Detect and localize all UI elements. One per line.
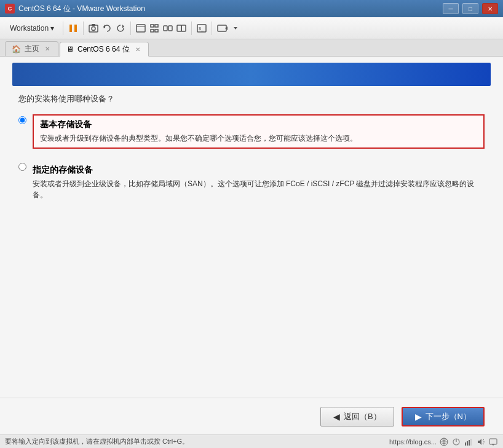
toolbar-separator-4 [191, 22, 192, 35]
svg-marker-21 [234, 27, 237, 29]
back-button[interactable]: ◀ 返回（B） [320, 407, 394, 426]
vm-icon: 🖥 [66, 45, 74, 53]
svg-rect-16 [181, 25, 186, 31]
svg-point-3 [92, 26, 95, 30]
toolbar-separator-2 [83, 22, 84, 35]
next-button-label: 下一步（N） [426, 411, 471, 422]
terminal-button[interactable]: $_ [196, 22, 208, 34]
unity-button[interactable] [162, 22, 174, 34]
tab-bar: 🏠 主页 ✕ 🖥 CentOS 6 64 位 ✕ [0, 39, 503, 57]
svg-rect-19 [218, 25, 226, 31]
minimize-button[interactable]: ─ [443, 3, 459, 14]
svg-rect-29 [469, 440, 470, 446]
svg-rect-2 [89, 25, 98, 32]
snapshot-button[interactable] [87, 22, 100, 34]
pause-button[interactable] [67, 22, 79, 34]
svg-rect-7 [137, 25, 145, 32]
svg-rect-1 [74, 25, 77, 32]
svg-rect-15 [177, 25, 181, 31]
close-button[interactable]: ✕ [482, 3, 498, 14]
network-icon [439, 437, 449, 447]
svg-rect-12 [155, 29, 158, 32]
next-button[interactable]: ▶ 下一步（N） [402, 407, 485, 426]
vm-area: 您的安装将使用哪种设备？ 基本存储设备 安装或者升级到存储设备的典型类型。如果您… [0, 57, 503, 434]
bottom-area: ◀ 返回（B） ▶ 下一步（N） [0, 398, 503, 434]
main-content: 您的安装将使用哪种设备？ 基本存储设备 安装或者升级到存储设备的典型类型。如果您… [0, 86, 503, 398]
back-button-label: 返回（B） [344, 411, 381, 422]
option-specialized-box[interactable]: 指定的存储设备 安装或者升级到企业级设备，比如存储局域网（SAN）。这个选项可让… [33, 161, 485, 204]
svg-rect-35 [489, 439, 497, 444]
option-specialized-title: 指定的存储设备 [33, 165, 478, 176]
option-group: 基本存储设备 安装或者升级到存储设备的典型类型。如果您不确定哪个选项适合您，您可… [18, 114, 485, 204]
status-right: https://blog.cs... [389, 437, 498, 447]
option-basic-desc: 安装或者升级到存储设备的典型类型。如果您不确定哪个选项适合您，您可能应该选择这个… [40, 133, 477, 144]
svg-text:$_: $_ [199, 26, 204, 31]
svg-rect-13 [164, 26, 167, 31]
title-bar: C CentOS 6 64 位 - VMware Workstation ─ □… [0, 0, 503, 17]
power-icon [451, 437, 461, 447]
svg-rect-9 [151, 25, 154, 27]
fullscreen-button[interactable] [148, 22, 160, 34]
dropdown-button[interactable] [229, 22, 242, 34]
vm-status-icon [488, 437, 498, 447]
question-text: 您的安装将使用哪种设备？ [18, 93, 485, 104]
maximize-button[interactable]: □ [462, 3, 478, 14]
toolbar-separator-1 [63, 22, 63, 35]
resume-button[interactable] [114, 22, 127, 34]
svg-marker-31 [478, 439, 481, 445]
svg-rect-27 [465, 442, 466, 446]
tab-home-close[interactable]: ✕ [43, 45, 52, 53]
svg-marker-6 [122, 25, 124, 28]
workstation-menu[interactable]: Workstation ▾ [5, 20, 59, 37]
switch-vm-button[interactable] [175, 22, 188, 34]
volume-icon [476, 437, 486, 447]
svg-rect-11 [151, 29, 154, 32]
tab-vm-label: CentOS 6 64 位 [77, 44, 130, 55]
app-icon: C [5, 4, 15, 14]
svg-rect-0 [69, 25, 72, 32]
status-bar: 要将输入定向到该虚拟机，请在虚拟机内部单击或按 Ctrl+G。 https://… [0, 434, 503, 448]
tab-vm[interactable]: 🖥 CentOS 6 64 位 ✕ [60, 42, 149, 57]
back-arrow-icon: ◀ [333, 412, 340, 422]
svg-line-33 [483, 443, 484, 444]
option-specialized-desc: 安装或者升级到企业级设备，比如存储局域网（SAN）。这个选项可让您添加 FCoE… [33, 178, 478, 200]
home-icon: 🏠 [12, 45, 21, 53]
vm-header-bar [12, 63, 491, 86]
svg-rect-30 [470, 439, 472, 446]
toolbar-separator-5 [212, 22, 212, 35]
svg-rect-28 [467, 441, 468, 446]
radio-specialized[interactable] [18, 163, 26, 171]
tab-vm-close[interactable]: ✕ [133, 45, 142, 53]
option-basic-title: 基本存储设备 [40, 119, 477, 130]
option-specialized: 指定的存储设备 安装或者升级到企业级设备，比如存储局域网（SAN）。这个选项可让… [18, 161, 485, 204]
toolbar: Workstation ▾ [0, 17, 503, 39]
workstation-label: Workstation [10, 24, 49, 33]
option-basic-box[interactable]: 基本存储设备 安装或者升级到存储设备的典型类型。如果您不确定哪个选项适合您，您可… [33, 114, 485, 149]
svg-rect-4 [92, 24, 95, 26]
app-window: C CentOS 6 64 位 - VMware Workstation ─ □… [0, 0, 503, 448]
tab-home-label: 主页 [25, 44, 39, 54]
workstation-dropdown-icon: ▾ [50, 24, 54, 33]
status-hint: 要将输入定向到该虚拟机，请在虚拟机内部单击或按 Ctrl+G。 [5, 437, 189, 446]
toolbar-separator-3 [130, 22, 131, 35]
svg-rect-10 [155, 25, 158, 27]
content-wrapper: 您的安装将使用哪种设备？ 基本存储设备 安装或者升级到存储设备的典型类型。如果您… [0, 57, 503, 434]
vm-window-button[interactable] [135, 22, 147, 34]
window-title: CentOS 6 64 位 - VMware Workstation [18, 4, 439, 14]
svg-rect-14 [168, 26, 172, 31]
settings-button[interactable] [216, 22, 228, 34]
next-arrow-icon: ▶ [415, 412, 422, 422]
option-basic: 基本存储设备 安装或者升级到存储设备的典型类型。如果您不确定哪个选项适合您，您可… [18, 114, 485, 149]
radio-basic[interactable] [18, 116, 26, 124]
tab-home[interactable]: 🏠 主页 ✕ [5, 41, 58, 56]
revert-button[interactable] [101, 22, 113, 34]
status-url: https://blog.cs... [389, 438, 437, 446]
signal-icon [464, 437, 473, 447]
svg-line-32 [483, 439, 484, 441]
